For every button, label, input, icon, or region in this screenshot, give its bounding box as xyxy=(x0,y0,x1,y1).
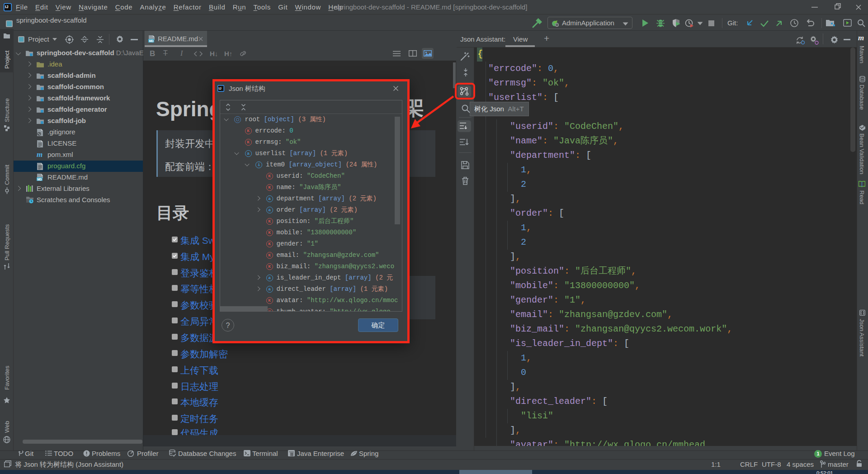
svg-text:MD: MD xyxy=(37,178,42,181)
svg-text:MD: MD xyxy=(149,39,153,43)
